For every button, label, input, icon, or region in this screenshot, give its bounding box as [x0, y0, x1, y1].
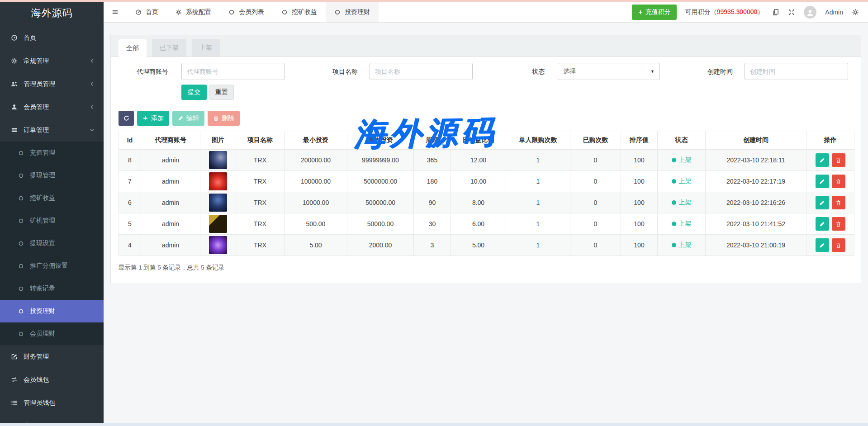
- row-delete-button[interactable]: [832, 217, 845, 231]
- sidebar-item[interactable]: 转账记录: [0, 277, 104, 300]
- status-badge: 上架: [672, 199, 692, 207]
- circ-icon: [18, 331, 24, 337]
- topbar-tab[interactable]: 挖矿收益: [273, 2, 326, 22]
- recharge-points-button[interactable]: 充值积分: [632, 5, 677, 20]
- sidebar-item[interactable]: 提现设置: [0, 232, 104, 255]
- sidebar-item[interactable]: 挖矿收益: [0, 187, 104, 209]
- column-header: 状态: [658, 131, 706, 150]
- sidebar-item[interactable]: 会员理财: [0, 322, 104, 345]
- row-edit-button[interactable]: [816, 196, 829, 209]
- topbar-tab[interactable]: 系统配置: [167, 2, 220, 22]
- column-header: 项目名称: [236, 131, 285, 150]
- sidebar-item[interactable]: 充值管理: [0, 142, 104, 164]
- trash-icon: [835, 221, 841, 227]
- hamburger-icon: [112, 9, 119, 15]
- brand-title: 海外源码: [0, 0, 104, 26]
- plus-icon: [142, 115, 148, 121]
- agent-input[interactable]: [181, 63, 285, 80]
- circ-icon: [18, 173, 24, 179]
- row-edit-button[interactable]: [816, 238, 829, 252]
- topbar-tab[interactable]: 首页: [127, 2, 167, 22]
- sidebar-item[interactable]: 推广分佣设置: [0, 255, 104, 277]
- status-badge: 上架: [672, 177, 692, 185]
- project-label: 项目名称: [332, 63, 358, 80]
- project-thumbnail: [209, 194, 227, 212]
- chevron-left-icon: [90, 58, 95, 63]
- project-thumbnail: [209, 215, 227, 233]
- topbar-right: 充值积分 可用积分（99935.300000） Admin: [632, 2, 868, 22]
- sidebar-item[interactable]: 会员管理: [0, 95, 104, 118]
- user-icon: [11, 104, 18, 110]
- chevron-left-icon: [90, 104, 95, 109]
- projects-table: Id代理商账号图片项目名称最小投资最大投资周期日收益比例单人限购次数已购次数排序…: [119, 131, 854, 256]
- docs-copy-icon[interactable]: [772, 9, 779, 16]
- records-summary: 显示第 1 到第 5 条记录，总共 5 条记录: [119, 264, 861, 272]
- top-accent-strip: [0, 0, 868, 2]
- tab-all[interactable]: 全部: [119, 39, 147, 57]
- table-row[interactable]: 8adminTRX200000.0099999999.0036512.00101…: [119, 150, 854, 171]
- sidebar-item[interactable]: 管理员管理: [0, 72, 104, 95]
- delete-button[interactable]: 删除: [208, 111, 240, 126]
- sidebar-item[interactable]: 矿机管理: [0, 209, 104, 232]
- topbar-tab[interactable]: 投资理财: [326, 2, 379, 22]
- status-badge: 上架: [672, 156, 692, 164]
- add-button[interactable]: 添加: [137, 111, 169, 126]
- status-badge: 上架: [672, 241, 692, 249]
- row-delete-button[interactable]: [832, 175, 845, 188]
- column-header: 操作: [806, 131, 854, 150]
- edit-button[interactable]: 编辑: [172, 111, 204, 126]
- row-delete-button[interactable]: [832, 153, 845, 167]
- chevron-down-icon: [90, 128, 95, 133]
- settings-gears-icon[interactable]: [852, 9, 859, 16]
- table-row[interactable]: 6adminTRX10000.00500000.00908.0010100上架2…: [119, 192, 854, 213]
- row-delete-button[interactable]: [832, 238, 845, 252]
- avatar[interactable]: [804, 6, 816, 19]
- column-header: 创建时间: [706, 131, 806, 150]
- sidebar-item[interactable]: 投资理财: [0, 300, 104, 322]
- pencil-icon: [819, 179, 825, 185]
- pencil-icon: [819, 200, 825, 206]
- tab-online[interactable]: 上架: [192, 39, 220, 57]
- pencil-icon: [819, 157, 825, 163]
- refresh-button[interactable]: [119, 111, 134, 126]
- sidebar-item[interactable]: 订单管理: [0, 118, 104, 142]
- status-tabs: 全部 已下架 上架: [111, 35, 861, 57]
- sidebar-item[interactable]: 首页: [0, 26, 104, 49]
- dash-icon: [11, 34, 18, 41]
- submit-button[interactable]: 提交: [181, 85, 207, 100]
- row-edit-button[interactable]: [816, 175, 829, 188]
- bottom-edge-strip: [0, 423, 868, 426]
- gear-icon: [175, 9, 182, 15]
- table-row[interactable]: 7adminTRX100000.005000000.0018010.001010…: [119, 171, 854, 192]
- reset-button[interactable]: 重置: [209, 85, 234, 100]
- sidebar-item[interactable]: 会员钱包: [0, 368, 104, 391]
- trash-icon: [835, 157, 841, 163]
- sidebar-item[interactable]: 财务管理: [0, 345, 104, 368]
- tab-offline[interactable]: 已下架: [152, 39, 186, 57]
- table-toolbar: 添加 编辑 删除: [111, 111, 861, 126]
- caret-down-icon: ▼: [650, 69, 655, 74]
- trash-icon: [213, 115, 219, 121]
- topbar-tabs: 首页系统配置会员列表挖矿收益投资理财: [127, 2, 379, 22]
- table-row[interactable]: 5adminTRX500.0050000.00306.0010100上架2022…: [119, 213, 854, 235]
- row-edit-button[interactable]: [816, 153, 829, 167]
- topbar-tab[interactable]: 会员列表: [220, 2, 273, 22]
- circ-icon: [18, 286, 24, 292]
- row-edit-button[interactable]: [816, 217, 829, 231]
- project-thumbnail: [209, 172, 227, 190]
- row-delete-button[interactable]: [832, 196, 845, 209]
- sidebar-item[interactable]: 提现管理: [0, 164, 104, 187]
- sidebar-toggle-button[interactable]: [104, 2, 127, 22]
- sidebar-item[interactable]: 管理员钱包: [0, 391, 104, 414]
- status-dot-icon: [672, 179, 676, 184]
- exch-icon: [11, 376, 18, 383]
- sidebar: 海外源码 首页常规管理管理员管理会员管理订单管理充值管理提现管理挖矿收益矿机管理…: [0, 0, 104, 426]
- created-input[interactable]: [745, 63, 848, 80]
- project-input[interactable]: [370, 63, 473, 80]
- sidebar-item[interactable]: 常规管理: [0, 49, 104, 72]
- status-select[interactable]: 选择 ▼: [558, 63, 660, 80]
- table-row[interactable]: 4adminTRX5.002000.0035.0010100上架2022-03-…: [119, 235, 854, 256]
- trash-icon: [835, 200, 841, 206]
- fullscreen-icon[interactable]: [788, 9, 795, 16]
- column-header: 最小投资: [285, 131, 347, 150]
